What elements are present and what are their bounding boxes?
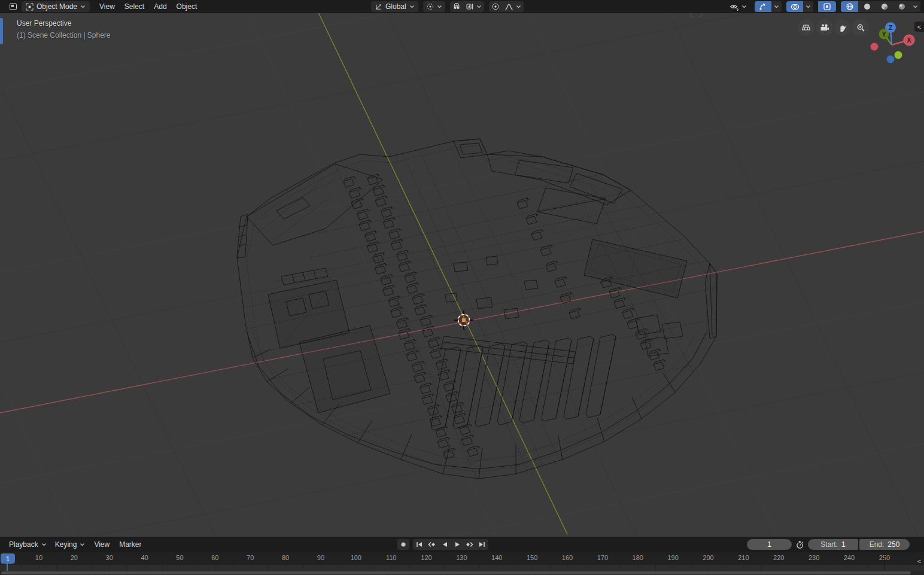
- shading-material-button[interactable]: [876, 1, 893, 12]
- playhead[interactable]: [7, 564, 8, 571]
- current-frame-field[interactable]: 1: [747, 539, 792, 550]
- next-keyframe-button[interactable]: [463, 539, 476, 550]
- ruler-frame-label: 120: [421, 554, 431, 561]
- chevron-down-icon: [41, 543, 47, 546]
- menu-object[interactable]: Object: [172, 1, 202, 12]
- timeline-expand-toggle[interactable]: <: [914, 556, 924, 566]
- show-gizmo-toggle[interactable]: [755, 1, 771, 12]
- jump-to-start-button[interactable]: [413, 539, 425, 550]
- navigation-axis-gizmo[interactable]: Z Y X: [865, 22, 920, 67]
- use-preview-range-toggle[interactable]: [795, 540, 804, 551]
- active-tool-indicator[interactable]: [0, 18, 3, 44]
- ruler-frame-label: 230: [808, 554, 819, 561]
- shading-wireframe-button[interactable]: [841, 1, 858, 12]
- menu-select[interactable]: Select: [120, 1, 149, 12]
- gizmo-axis-neg-z[interactable]: [887, 56, 895, 63]
- xray-icon: [823, 2, 831, 11]
- shading-solid-button[interactable]: [858, 1, 876, 12]
- editor-type-button[interactable]: [5, 1, 22, 12]
- transform-orientation-dropdown[interactable]: Global: [371, 1, 418, 12]
- ruler-frame-label: 40: [141, 554, 148, 561]
- toggle-perspective-button[interactable]: [798, 19, 814, 36]
- chevron-down-icon: [80, 5, 86, 8]
- next-keyframe-icon: [466, 541, 473, 548]
- gizmo-axis-y[interactable]: Y: [879, 29, 889, 39]
- ruler-frame-label: 150: [527, 554, 537, 561]
- stopwatch-icon: [795, 540, 804, 549]
- ruler-frame-label: 160: [562, 554, 573, 561]
- playback-controls: [413, 539, 488, 550]
- current-frame-badge[interactable]: 1: [1, 553, 15, 564]
- jump-to-start-icon: [415, 541, 423, 548]
- overlays-dropdown[interactable]: [803, 1, 813, 12]
- ruler-frame-label: 70: [247, 554, 254, 561]
- play-reverse-icon: [441, 541, 448, 548]
- menu-view[interactable]: View: [95, 1, 120, 12]
- show-overlays-toggle[interactable]: [786, 1, 803, 12]
- timeline-track[interactable]: [0, 565, 924, 571]
- gizmo-axis-x[interactable]: X: [904, 35, 914, 45]
- mode-dropdown[interactable]: Object Mode: [22, 1, 90, 12]
- ruler-frame-label: 220: [773, 554, 784, 561]
- gizmo-icon: [759, 2, 767, 11]
- viewport-header: Object Mode View Select Add Object Globa…: [0, 0, 924, 13]
- menu-add[interactable]: Add: [149, 1, 171, 12]
- shading-rendered-button[interactable]: [893, 1, 910, 12]
- end-frame-marker: [885, 552, 885, 571]
- magnet-icon: [452, 2, 461, 11]
- ruler-frame-label: 50: [176, 554, 183, 561]
- previous-keyframe-button[interactable]: [425, 539, 438, 550]
- timeline-menu-marker[interactable]: Marker: [114, 539, 146, 550]
- play-reverse-button[interactable]: [438, 539, 451, 550]
- xray-toggle[interactable]: [818, 1, 836, 12]
- axis-y-line: [312, 0, 567, 534]
- chevron-down-icon: [516, 5, 521, 8]
- eye-visibility-icon: [730, 3, 739, 11]
- pivot-point-dropdown[interactable]: [423, 1, 445, 12]
- timeline-editor: Playback Keying View Marker: [0, 537, 924, 575]
- timeline-ruler[interactable]: 1 10203040506070809010011012013014015016…: [0, 552, 924, 565]
- object-visibility-dropdown[interactable]: [727, 1, 750, 12]
- ruler-frame-label: 20: [71, 554, 78, 561]
- snap-increment-icon: [466, 2, 474, 11]
- ruler-frame-label: 140: [491, 554, 502, 561]
- shading-dropdown[interactable]: [910, 1, 920, 12]
- timeline-menu-view[interactable]: View: [89, 539, 114, 550]
- ruler-frame-label: 60: [211, 554, 218, 561]
- ruler-frame-label: 200: [703, 554, 713, 561]
- proportional-falloff-dropdown[interactable]: [502, 1, 524, 12]
- sidebar-toggle[interactable]: <: [914, 22, 924, 32]
- chevron-down-icon: [80, 543, 85, 546]
- ruler-frame-label: 100: [351, 554, 361, 561]
- play-button[interactable]: [451, 539, 463, 550]
- chevron-left-icon: <: [917, 558, 921, 565]
- scrollbar-handle[interactable]: [1, 571, 911, 574]
- auto-keying-toggle[interactable]: [397, 539, 409, 550]
- jump-to-end-icon: [478, 541, 486, 548]
- solid-sphere-icon: [863, 2, 871, 11]
- keying-dropdown[interactable]: Keying: [51, 539, 90, 550]
- gizmo-axis-neg-y[interactable]: [895, 51, 902, 59]
- record-icon: [400, 541, 407, 548]
- timeline-scrollbar[interactable]: [0, 571, 924, 575]
- gizmo-dropdown[interactable]: [771, 1, 782, 12]
- object-mode-icon: [26, 3, 34, 11]
- proportional-editing-toggle[interactable]: [489, 1, 502, 12]
- camera-view-button[interactable]: [816, 19, 833, 36]
- frame-end-field[interactable]: End: 250: [859, 539, 910, 550]
- chevron-down-icon: [741, 5, 747, 8]
- snap-toggle[interactable]: [450, 1, 463, 12]
- frame-start-field[interactable]: Start: 1: [808, 539, 858, 550]
- playback-dropdown[interactable]: Playback: [5, 539, 51, 550]
- move-view-button[interactable]: [834, 19, 851, 36]
- snap-target-dropdown[interactable]: [463, 1, 484, 12]
- active-object-text: (1) Scene Collection | Sphere: [17, 31, 111, 39]
- jump-to-end-button[interactable]: [476, 539, 488, 550]
- gizmo-axis-neg-x[interactable]: [871, 43, 879, 51]
- model-wireframe: [227, 139, 724, 491]
- ruler-frame-label: 30: [106, 554, 113, 561]
- svg-text:X: X: [907, 37, 911, 44]
- viewport-canvas[interactable]: [0, 0, 924, 575]
- chevron-left-icon: <: [917, 23, 921, 31]
- ruler-frame-label: 190: [667, 554, 678, 561]
